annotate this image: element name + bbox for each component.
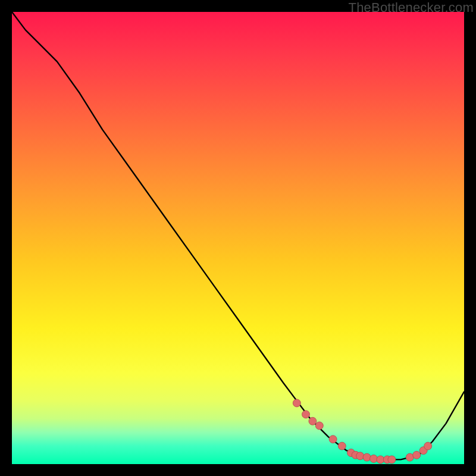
data-marker (370, 455, 378, 462)
data-marker (309, 417, 317, 425)
data-marker (413, 451, 421, 459)
data-marker (329, 436, 337, 443)
bottleneck-curve (12, 12, 464, 459)
data-marker (338, 442, 346, 450)
data-marker (293, 399, 300, 407)
chart-frame: TheBottlenecker.com (0, 0, 476, 476)
chart-overlay (12, 12, 464, 464)
marker-group (293, 399, 431, 464)
data-marker (356, 452, 364, 460)
data-marker (315, 422, 323, 430)
data-marker (363, 453, 371, 461)
data-marker (424, 442, 432, 450)
data-marker (388, 456, 396, 464)
data-marker (302, 411, 310, 418)
